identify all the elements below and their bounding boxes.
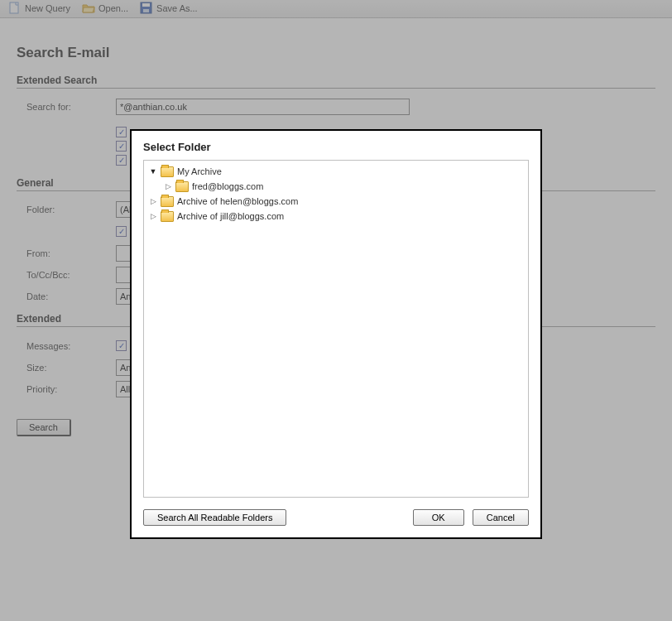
folder-icon: [161, 211, 174, 222]
tree-node[interactable]: ▷ Archive of jill@bloggs.com: [146, 209, 526, 224]
ok-button[interactable]: OK: [413, 509, 464, 526]
tree-node[interactable]: ▷ Archive of helen@bloggs.com: [146, 194, 526, 209]
search-all-folders-button[interactable]: Search All Readable Folders: [143, 509, 286, 526]
select-folder-dialog: Select Folder ▼ My Archive ▷ fred@bloggs…: [130, 129, 542, 539]
tree-node-label: My Archive: [177, 166, 222, 176]
modal-overlay: Select Folder ▼ My Archive ▷ fred@bloggs…: [0, 0, 672, 621]
folder-tree[interactable]: ▼ My Archive ▷ fred@bloggs.com ▷ Archive…: [143, 160, 529, 498]
chevron-right-icon[interactable]: ▷: [164, 182, 172, 190]
tree-node-label: Archive of helen@bloggs.com: [177, 196, 298, 206]
dialog-title: Select Folder: [143, 141, 529, 153]
tree-node-label: Archive of jill@bloggs.com: [177, 211, 284, 221]
chevron-down-icon[interactable]: ▼: [149, 167, 157, 176]
chevron-right-icon[interactable]: ▷: [149, 197, 157, 205]
folder-icon: [175, 181, 189, 192]
folder-icon: [161, 166, 174, 177]
folder-icon: [161, 196, 174, 207]
tree-node-label: fred@bloggs.com: [192, 181, 263, 191]
tree-node[interactable]: ▼ My Archive: [146, 164, 526, 179]
tree-node[interactable]: ▷ fred@bloggs.com: [146, 179, 526, 194]
cancel-button[interactable]: Cancel: [473, 509, 529, 526]
chevron-right-icon[interactable]: ▷: [149, 212, 157, 220]
